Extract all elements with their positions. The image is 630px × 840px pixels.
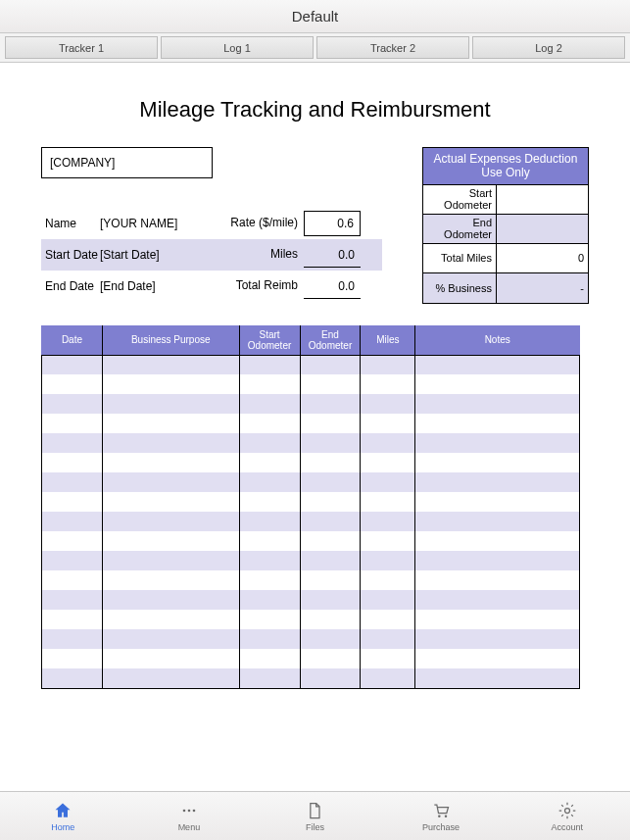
- nav-account[interactable]: Account: [504, 792, 630, 840]
- table-row[interactable]: [42, 531, 580, 551]
- end-date-label: End Date: [41, 279, 100, 293]
- table-row[interactable]: [42, 629, 580, 649]
- info-left: [COMPANY] Name [YOUR NAME] Rate ($/mile)…: [41, 147, 382, 302]
- tab-log-2[interactable]: Log 2: [472, 36, 625, 59]
- bottom-nav: Home Menu Files Purchase Account: [0, 791, 630, 840]
- nav-home-label: Home: [51, 822, 74, 832]
- miles-label: Miles: [218, 248, 304, 261]
- table-row[interactable]: [42, 610, 580, 629]
- file-icon: [305, 801, 324, 820]
- svg-point-5: [564, 808, 569, 813]
- col-purpose: Business Purpose: [102, 325, 239, 356]
- table-row[interactable]: [42, 433, 580, 453]
- menu-icon: [179, 801, 199, 820]
- log-table: Date Business Purpose Start Odometer End…: [41, 325, 580, 689]
- actual-end-odo-value[interactable]: [497, 215, 588, 244]
- tab-tracker-1[interactable]: Tracker 1: [5, 36, 158, 59]
- total-reimb-label: Total Reimb: [218, 279, 304, 292]
- name-label: Name: [41, 217, 100, 230]
- nav-account-label: Account: [551, 822, 583, 832]
- top-bar: Default: [0, 0, 630, 33]
- svg-point-3: [438, 815, 441, 817]
- actual-total-miles-value: 0: [497, 244, 588, 273]
- nav-files[interactable]: Files: [252, 792, 378, 840]
- miles-value: 0.0: [304, 242, 361, 268]
- svg-point-1: [188, 809, 191, 812]
- home-icon: [53, 801, 73, 820]
- name-value[interactable]: [YOUR NAME]: [100, 217, 218, 230]
- start-date-label: Start Date: [41, 248, 100, 262]
- nav-purchase[interactable]: Purchase: [378, 792, 505, 840]
- nav-menu-label: Menu: [178, 822, 201, 832]
- gear-icon: [557, 801, 577, 820]
- nav-purchase-label: Purchase: [422, 822, 460, 832]
- svg-point-2: [193, 809, 196, 812]
- table-row[interactable]: [42, 512, 580, 531]
- col-date: Date: [42, 325, 103, 356]
- col-start-odo: Start Odometer: [239, 325, 300, 356]
- page-title: Mileage Tracking and Reimbursment: [41, 97, 589, 123]
- table-row[interactable]: [42, 374, 580, 394]
- actual-start-odo-label: Start Odometer: [423, 185, 497, 215]
- table-row[interactable]: [42, 570, 580, 590]
- table-row[interactable]: [42, 551, 580, 570]
- actual-header: Actual Expenses Deduction Use Only: [423, 148, 588, 185]
- tab-log-1[interactable]: Log 1: [161, 36, 314, 59]
- tab-bar: Tracker 1 Log 1 Tracker 2 Log 2: [0, 33, 630, 63]
- end-date-value[interactable]: [End Date]: [100, 279, 218, 293]
- table-row[interactable]: [42, 590, 580, 610]
- actual-expenses-box: Actual Expenses Deduction Use Only Start…: [422, 147, 589, 304]
- table-row[interactable]: [42, 394, 580, 414]
- nav-home[interactable]: Home: [0, 792, 126, 840]
- document: Mileage Tracking and Reimbursment [COMPA…: [0, 63, 630, 699]
- table-row[interactable]: [42, 472, 580, 492]
- nav-files-label: Files: [306, 822, 324, 832]
- tab-tracker-2[interactable]: Tracker 2: [316, 36, 469, 59]
- col-notes: Notes: [415, 325, 580, 356]
- actual-pct-business-value: -: [497, 273, 588, 303]
- actual-end-odo-label: End Odometer: [423, 215, 497, 244]
- rate-label: Rate ($/mile): [218, 217, 304, 229]
- actual-total-miles-label: Total Miles: [423, 244, 497, 273]
- total-reimb-value: 0.0: [304, 273, 361, 299]
- table-row[interactable]: [42, 668, 580, 688]
- cart-icon: [431, 801, 451, 820]
- table-row[interactable]: [42, 355, 580, 374]
- actual-start-odo-value[interactable]: [497, 185, 588, 215]
- col-miles: Miles: [361, 325, 415, 356]
- actual-pct-business-label: % Business: [423, 273, 497, 303]
- start-date-value[interactable]: [Start Date]: [100, 248, 218, 262]
- svg-point-0: [183, 809, 186, 812]
- table-row[interactable]: [42, 649, 580, 668]
- col-end-odo: End Odometer: [300, 325, 361, 356]
- table-row[interactable]: [42, 492, 580, 512]
- svg-point-4: [445, 815, 448, 817]
- table-row[interactable]: [42, 414, 580, 433]
- rate-value[interactable]: 0.6: [304, 211, 361, 236]
- company-field[interactable]: [COMPANY]: [41, 147, 213, 178]
- table-row[interactable]: [42, 453, 580, 472]
- top-bar-title: Default: [292, 8, 339, 25]
- nav-menu[interactable]: Menu: [126, 792, 253, 840]
